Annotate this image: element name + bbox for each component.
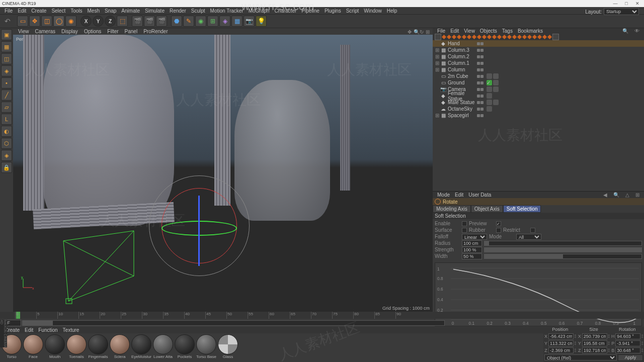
rot-h-input[interactable] — [615, 333, 640, 339]
size-y-input[interactable] — [582, 340, 607, 346]
menu-help[interactable]: Help — [384, 8, 400, 14]
object-row[interactable]: ⊞▦Spacegirl — [433, 112, 644, 119]
lock-icon[interactable]: △ — [623, 192, 632, 198]
render-region[interactable]: 🎬 — [144, 16, 155, 27]
coord-mode-select[interactable]: Object (Rel) — [544, 354, 617, 360]
om-menu-file[interactable]: File — [435, 28, 448, 34]
deformer[interactable]: ◈ — [219, 16, 230, 27]
object-row[interactable]: ⊞▦Column.3 — [433, 47, 644, 53]
last-tool[interactable]: ◉ — [65, 16, 76, 27]
vp-menu-options[interactable]: Options — [81, 29, 104, 34]
camera-tool[interactable]: 📷 — [244, 16, 255, 27]
menu-select[interactable]: Select — [49, 8, 68, 14]
rot-p-input[interactable] — [615, 340, 640, 346]
attr-menu-mode[interactable]: Mode — [435, 192, 452, 198]
size-z-input[interactable] — [582, 347, 607, 353]
edge-mode[interactable]: ╱ — [1, 89, 12, 101]
material-item[interactable]: Pockets — [174, 334, 195, 361]
attr-menu-userdata[interactable]: User Data — [466, 192, 494, 198]
menu-edit[interactable]: Edit — [15, 8, 29, 14]
size-x-input[interactable] — [582, 333, 607, 339]
range-slider[interactable] — [22, 320, 445, 326]
strength-input[interactable] — [462, 247, 482, 253]
object-row[interactable]: ◆Hand — [433, 40, 644, 47]
vp-menu-view[interactable]: View — [15, 29, 32, 34]
surface-checkbox[interactable] — [462, 228, 467, 233]
preview-checkbox[interactable] — [496, 221, 501, 226]
workplane-mode[interactable]: ◈ — [1, 65, 12, 76]
om-menu-tags[interactable]: Tags — [500, 28, 515, 34]
minimize-button[interactable]: — — [611, 1, 620, 7]
pin-icon[interactable]: ⊞ — [633, 192, 642, 198]
select-tool[interactable]: ▭ — [17, 16, 28, 27]
tab-modeling-axis[interactable]: Modeling Axis — [433, 205, 471, 213]
vp-menu-display[interactable]: Display — [58, 29, 81, 34]
menu-render[interactable]: Render — [167, 8, 189, 14]
vp-nav-icon[interactable]: ✥ — [408, 29, 413, 34]
object-row[interactable]: ⊞▦Column.2 — [433, 53, 644, 60]
menu-pipeline[interactable]: Pipeline — [299, 8, 322, 14]
material-item[interactable]: Toenails — [66, 334, 87, 361]
rotation-gizmo[interactable] — [149, 175, 250, 276]
restrict-checkbox[interactable] — [530, 228, 535, 233]
subdiv-surface[interactable]: ◉ — [195, 16, 206, 27]
menu-snap[interactable]: Snap — [102, 8, 119, 14]
search-icon[interactable]: 🔍 — [620, 28, 631, 34]
back-icon[interactable]: ◀ — [601, 192, 610, 198]
material-item[interactable]: Glass — [217, 334, 238, 361]
mat-menu-edit[interactable]: Edit — [22, 327, 36, 333]
om-menu-edit[interactable]: Edit — [448, 28, 461, 34]
object-tree[interactable]: ◆Hand⊞▦Column.3⊞▦Column.2⊞▦Column.1⊞▦Col… — [433, 40, 644, 191]
environment[interactable]: ▦ — [231, 16, 243, 27]
mode-select[interactable]: All — [516, 234, 541, 240]
pen-tool[interactable]: ✎ — [183, 16, 194, 27]
object-row[interactable]: ◆Male Statue — [433, 99, 644, 106]
om-menu-objects[interactable]: Objects — [477, 28, 500, 34]
coord-system[interactable]: ⬚ — [117, 16, 128, 27]
material-item[interactable]: EyeMoistur — [131, 334, 152, 361]
object-row[interactable]: ⊞▦Column — [433, 66, 644, 73]
vp-menu-panel[interactable]: Panel — [122, 29, 141, 34]
render-view[interactable]: 🎬 — [132, 16, 143, 27]
width-input[interactable] — [462, 253, 482, 259]
menu-simulate[interactable]: Simulate — [142, 8, 167, 14]
attr-menu-edit[interactable]: Edit — [452, 192, 466, 198]
falloff-select[interactable]: Linear — [462, 234, 487, 240]
locked-icon[interactable]: 🔒 — [1, 162, 12, 173]
vp-maximize-icon[interactable]: ⊞ — [426, 29, 431, 34]
menu-window[interactable]: Window — [361, 8, 384, 14]
model-mode[interactable]: ▦ — [1, 41, 12, 52]
z-axis-lock[interactable]: Z — [105, 16, 116, 27]
menu-create[interactable]: Create — [29, 8, 49, 14]
tab-soft-selection[interactable]: Soft Selection — [503, 205, 541, 213]
render-settings[interactable]: 🎬 — [156, 16, 167, 27]
rot-b-input[interactable] — [615, 347, 640, 353]
mat-menu-texture[interactable]: Texture — [60, 327, 82, 333]
search-icon[interactable]: 🔍 — [611, 192, 622, 198]
pos-y-input[interactable] — [548, 340, 574, 346]
om-menu-view[interactable]: View — [461, 28, 477, 34]
object-row[interactable]: ▭Ground✓ — [433, 79, 644, 86]
material-item[interactable]: Face — [23, 334, 44, 361]
cube-primitive[interactable]: ⬣ — [171, 16, 182, 27]
undo-button[interactable]: ↶ — [2, 16, 13, 27]
vp-menu-filter[interactable]: Filter — [104, 29, 121, 34]
menu-file[interactable]: File — [2, 8, 15, 14]
strength-slider[interactable] — [484, 247, 642, 252]
poly-mode[interactable]: ▱ — [1, 102, 12, 113]
axis-mode[interactable]: L — [1, 114, 12, 125]
light-tool[interactable]: 💡 — [256, 16, 267, 27]
om-menu-bookmarks[interactable]: Bookmarks — [515, 28, 545, 34]
width-slider[interactable] — [484, 254, 642, 259]
key-toggle[interactable] — [435, 34, 441, 40]
material-item[interactable]: Fingernails — [88, 334, 109, 361]
vp-zoom-icon[interactable]: 🔍 — [414, 29, 419, 34]
vp-menu-prorender[interactable]: ProRender — [140, 29, 171, 34]
menu-character[interactable]: Character — [272, 8, 299, 14]
x-axis-lock[interactable]: X — [80, 16, 92, 27]
menu-mograph[interactable]: MoGraph — [246, 8, 272, 14]
keyframe-icon[interactable] — [442, 35, 446, 39]
menu-sculpt[interactable]: Sculpt — [189, 8, 208, 14]
tab-object-axis[interactable]: Object Axis — [471, 205, 503, 213]
object-row[interactable]: ◆Female Statue — [433, 93, 644, 99]
